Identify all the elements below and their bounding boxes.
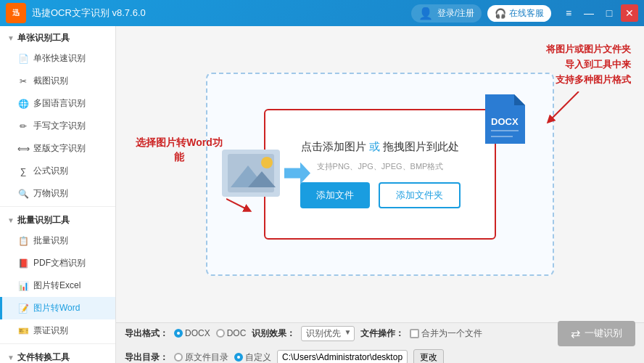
svg-marker-9 bbox=[514, 94, 525, 105]
add-folder-button[interactable]: 添加文件夹 bbox=[379, 182, 461, 208]
radio-docx-dot bbox=[174, 329, 183, 338]
sidebar-item-img2excel[interactable]: 📊 图片转Excel bbox=[0, 274, 115, 297]
svg-point-6 bbox=[261, 157, 273, 168]
menu-icon[interactable]: ≡ bbox=[560, 4, 577, 22]
annotation-left-text: 选择图片转Word功能 bbox=[132, 136, 226, 165]
path-input[interactable] bbox=[277, 350, 408, 363]
svg-marker-7 bbox=[284, 163, 310, 184]
docx-preview: DOCX bbox=[485, 94, 525, 146]
sidebar-item-batch[interactable]: 📋 批量识别 bbox=[0, 229, 115, 252]
online-service-button[interactable]: 🎧 在线客服 bbox=[487, 5, 551, 22]
sidebar: ▼ 单张识别工具 📄 单张快速识别 ✂ 截图识别 🌐 多国语言识别 ✏ 手写文字… bbox=[0, 26, 116, 363]
sidebar-item-screenshot[interactable]: ✂ 截图识别 bbox=[0, 70, 115, 92]
effect-select[interactable]: 识别优先 ▼ bbox=[301, 326, 355, 341]
sidebar-section-single[interactable]: ▼ 单张识别工具 bbox=[0, 26, 115, 47]
radio-doc-dot bbox=[216, 329, 225, 338]
word-icon: 📝 bbox=[17, 303, 29, 314]
drop-zone-sub-text: 支持PNG、JPG、JPEG、BMP格式 bbox=[317, 161, 444, 172]
maximize-button[interactable]: □ bbox=[600, 4, 618, 22]
chevron-down-icon: ▼ bbox=[7, 34, 15, 42]
one-click-button[interactable]: ⇄ 一键识别 bbox=[558, 321, 635, 346]
sidebar-item-ticket[interactable]: 🎫 票证识别 bbox=[0, 319, 115, 342]
drop-zone-buttons: 添加文件 添加文件夹 bbox=[300, 182, 461, 208]
sidebar-item-img2word[interactable]: 📝 图片转Word bbox=[0, 297, 115, 319]
main-content: 选择图片转Word功能 bbox=[116, 26, 644, 322]
title-bar: 迅 迅捷OCR文字识别 v8.7.6.0 👤 登录/注册 🎧 在线客服 ≡ — … bbox=[0, 0, 644, 26]
formula-icon: ∑ bbox=[17, 166, 29, 177]
minimize-button[interactable]: — bbox=[580, 4, 598, 22]
user-login-label: 登录/注册 bbox=[437, 7, 474, 20]
main-layout: ▼ 单张识别工具 📄 单张快速识别 ✂ 截图识别 🌐 多国语言识别 ✏ 手写文字… bbox=[0, 26, 644, 363]
sidebar-item-vertical[interactable]: ⟺ 竖版文字识别 bbox=[0, 137, 115, 160]
sidebar-item-all[interactable]: 🔍 万物识别 bbox=[0, 182, 115, 205]
user-login-button[interactable]: 👤 登录/注册 bbox=[411, 4, 482, 23]
section2-title: 批量识别工具 bbox=[17, 214, 70, 227]
batch-icon: 📋 bbox=[17, 235, 29, 247]
image-placeholder bbox=[222, 150, 280, 199]
sidebar-item-formula[interactable]: ∑ 公式识别 bbox=[0, 160, 115, 182]
app-logo: 迅 bbox=[6, 3, 26, 23]
convert-arrow-icon bbox=[284, 163, 310, 187]
app-title: 迅捷OCR文字识别 v8.7.6.0 bbox=[32, 7, 411, 20]
ticket-icon: 🎫 bbox=[17, 325, 29, 337]
drop-zone-outer[interactable]: DOCX 点击添加图片 或 拖拽图片到此处 支持PNG、JPG、JPEG、BMP… bbox=[206, 73, 554, 276]
window-controls: ≡ — □ ✕ bbox=[560, 4, 638, 22]
chevron-down-icon3: ▼ bbox=[7, 354, 15, 362]
bottom-bar: 导出格式： DOCX DOC 识别效果： 识别优先 ▼ 文件操作： 合并 bbox=[116, 322, 644, 363]
annotation-right-text: 将图片或图片文件夹 导入到工具中来 支持多种图片格式 bbox=[546, 42, 631, 87]
radio-custom[interactable]: 自定义 bbox=[234, 351, 271, 364]
sidebar-item-handwriting[interactable]: ✏ 手写文字识别 bbox=[0, 115, 115, 137]
export-row: 导出格式： DOCX DOC 识别效果： 识别优先 ▼ 文件操作： 合并 bbox=[125, 321, 635, 346]
sidebar-section-batch[interactable]: ▼ 批量识别工具 bbox=[0, 208, 115, 229]
doc-icon: 📄 bbox=[17, 53, 29, 65]
text-vertical-icon: ⟺ bbox=[17, 143, 29, 155]
pdf-icon: 📕 bbox=[17, 258, 29, 269]
checkbox-merge[interactable]: 合并为一个文件 bbox=[410, 327, 482, 340]
close-button[interactable]: ✕ bbox=[621, 4, 638, 22]
sidebar-section-convert[interactable]: ▼ 文件转换工具 bbox=[0, 346, 115, 363]
sidebar-item-multilang[interactable]: 🌐 多国语言识别 bbox=[0, 92, 115, 115]
arrow-right-svg bbox=[542, 91, 586, 128]
radio-doc[interactable]: DOC bbox=[216, 328, 247, 338]
radio-custom-dot bbox=[234, 353, 243, 362]
sidebar-item-quick[interactable]: 📄 单张快速识别 bbox=[0, 47, 115, 70]
export-label: 导出格式： bbox=[125, 327, 168, 340]
output-label: 导出目录： bbox=[125, 351, 168, 364]
change-path-button[interactable]: 更改 bbox=[413, 349, 444, 364]
drop-zone-main-text: 点击添加图片 或 拖拽图片到此处 bbox=[301, 140, 459, 154]
arrow-left-svg bbox=[226, 195, 255, 217]
effect-label: 识别效果： bbox=[252, 327, 295, 340]
divider1 bbox=[0, 206, 115, 207]
checkbox-merge-box bbox=[410, 329, 419, 338]
radio-original[interactable]: 原文件目录 bbox=[174, 351, 228, 364]
content-area: 选择图片转Word功能 bbox=[116, 26, 644, 363]
radio-docx[interactable]: DOCX bbox=[174, 328, 210, 338]
all-icon: 🔍 bbox=[17, 188, 29, 200]
svg-line-1 bbox=[226, 199, 248, 210]
file-op-label: 文件操作： bbox=[360, 327, 404, 340]
scissors-icon: ✂ bbox=[17, 76, 29, 87]
pen-icon: ✏ bbox=[17, 121, 29, 132]
section1-title: 单张识别工具 bbox=[17, 32, 70, 44]
section3-title: 文件转换工具 bbox=[17, 351, 70, 363]
excel-icon: 📊 bbox=[17, 280, 29, 292]
service-label: 在线客服 bbox=[509, 7, 544, 20]
output-row: 导出目录： 原文件目录 自定义 更改 bbox=[125, 349, 635, 364]
svg-text:DOCX: DOCX bbox=[491, 116, 519, 127]
radio-original-dot bbox=[174, 353, 183, 362]
svg-line-14 bbox=[550, 91, 579, 121]
globe-icon: 🌐 bbox=[17, 98, 29, 110]
divider2 bbox=[0, 343, 115, 344]
sidebar-item-pdf[interactable]: 📕 PDF文档识别 bbox=[0, 252, 115, 274]
chevron-down-icon2: ▼ bbox=[7, 216, 15, 224]
